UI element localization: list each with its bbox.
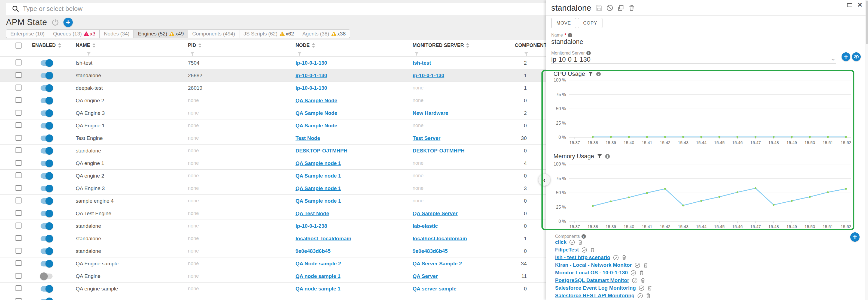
enabled-toggle[interactable] [40, 211, 53, 216]
server-link[interactable]: ip-10-0-1-130 [413, 73, 444, 78]
row-checkbox[interactable] [16, 59, 22, 65]
component-link[interactable]: click [555, 239, 566, 245]
node-link[interactable]: Test Node [296, 135, 320, 141]
save-icon[interactable] [596, 5, 602, 11]
check-circle-icon[interactable] [569, 240, 575, 245]
table-row[interactable]: QA Engine 1 none QA Sample Node none 0 [0, 119, 546, 132]
table-row[interactable]: QA engine 2 none QA Sample Node none 0 [0, 94, 546, 107]
row-checkbox[interactable] [16, 260, 22, 266]
column-header-enabled[interactable]: ENABLED [30, 43, 63, 48]
enabled-toggle[interactable] [40, 198, 53, 204]
tab-engines[interactable]: Engines (52)x49 [133, 29, 188, 38]
row-checkbox[interactable] [16, 97, 22, 103]
server-link[interactable]: QA Server Sample 2 [413, 261, 462, 267]
enabled-toggle[interactable] [40, 223, 53, 229]
check-circle-icon[interactable] [632, 278, 638, 283]
row-checkbox[interactable] [16, 172, 22, 179]
filter-funnel-icon[interactable] [87, 52, 91, 56]
table-row[interactable]: QA engine 2 none QA Sample node 1 none 0 [0, 170, 546, 182]
enabled-toggle[interactable] [40, 148, 53, 154]
server-link[interactable]: Test Server [413, 135, 440, 141]
filter-funnel-icon[interactable] [414, 52, 419, 56]
table-row[interactable]: QA engine sample none QA node sample 1 Q… [0, 282, 546, 295]
node-link[interactable]: QA node sample 1 [296, 273, 340, 279]
enabled-toggle[interactable] [40, 299, 53, 300]
add-view-button[interactable]: + [63, 18, 73, 27]
enabled-toggle[interactable] [40, 236, 53, 241]
view-server-button[interactable] [852, 52, 861, 61]
table-row[interactable]: QA Engine none QA node sample 1 QA Serve… [0, 270, 546, 282]
panel-scrollbar[interactable] [866, 0, 868, 300]
chart-filter-icon[interactable] [597, 154, 602, 159]
node-link[interactable]: QA Node sample 2 [296, 261, 341, 267]
copy-button[interactable]: COPY [578, 18, 602, 28]
row-checkbox[interactable] [16, 147, 22, 153]
server-dropdown-chevron-icon[interactable]: ⌄ [830, 54, 836, 62]
table-row[interactable]: standalone none localhost_localdomain lo… [0, 233, 546, 245]
enabled-toggle[interactable] [40, 248, 53, 254]
table-row[interactable] [0, 295, 546, 300]
table-row[interactable]: sample engine 4 none QA Sample node 1 no… [0, 195, 546, 207]
row-checkbox[interactable] [16, 135, 22, 141]
check-circle-icon[interactable] [639, 285, 644, 291]
row-checkbox[interactable] [16, 298, 22, 300]
component-link[interactable]: FilipeTest [555, 247, 579, 253]
row-checkbox[interactable] [16, 197, 22, 203]
filter-funnel-icon[interactable] [190, 52, 194, 56]
enabled-toggle[interactable] [40, 98, 53, 103]
enabled-toggle[interactable] [40, 110, 53, 116]
name-field-value[interactable]: standalone [551, 38, 583, 46]
panel-collapse-handle[interactable]: ‹ [538, 174, 550, 186]
node-link[interactable]: QA node sample 1 [296, 286, 340, 292]
enabled-toggle[interactable] [40, 85, 53, 91]
enabled-toggle[interactable] [40, 161, 53, 166]
column-header-name[interactable]: NAME [63, 43, 172, 48]
server-link[interactable]: New Hardware [413, 110, 448, 116]
row-checkbox[interactable] [16, 160, 22, 166]
close-panel-icon[interactable]: ✕ [857, 2, 863, 8]
column-header-node[interactable]: NODE [281, 43, 396, 48]
tab-components[interactable]: Components (494) [188, 29, 239, 38]
server-link[interactable]: QA Sample Server [413, 211, 458, 216]
table-row[interactable]: standalone 25882 ip-10-0-1-130 ip-10-0-1… [0, 69, 546, 82]
server-link[interactable]: QA server sample [413, 286, 457, 292]
trash-icon[interactable] [640, 278, 646, 283]
power-icon[interactable] [52, 19, 59, 26]
node-link[interactable]: ip-10-0-1-130 [296, 73, 327, 78]
table-row[interactable]: standalone none ip-10-0-1-238 lab-elasti… [0, 220, 546, 233]
enabled-toggle[interactable] [40, 173, 53, 179]
table-row[interactable]: deepak-test 26019 ip-10-0-1-130 none 1 [0, 82, 546, 94]
enabled-toggle[interactable] [40, 136, 53, 141]
row-checkbox[interactable] [16, 235, 22, 241]
server-link[interactable]: localhost.localdomain [413, 236, 467, 241]
server-link[interactable]: lab-elastic [413, 223, 438, 229]
table-row[interactable]: QA Engine sample none QA Node sample 2 Q… [0, 257, 546, 270]
node-link[interactable]: QA Sample node 1 [296, 186, 341, 191]
check-circle-icon[interactable] [634, 262, 640, 268]
copy-icon[interactable] [617, 5, 624, 11]
server-link[interactable]: 9e0e483d6b45 [413, 248, 448, 254]
chart-filter-icon[interactable] [588, 72, 593, 76]
info-icon[interactable]: i [568, 33, 572, 37]
trash-icon[interactable] [639, 270, 644, 275]
server-field-value[interactable]: ip-10-0-1-130 [551, 56, 590, 63]
table-row[interactable]: QA Test Engine none QA Test Node QA Samp… [0, 207, 546, 220]
info-icon[interactable]: i [605, 154, 610, 159]
node-link[interactable]: 9e0e483d6b45 [296, 248, 331, 254]
add-server-button[interactable]: + [842, 52, 850, 61]
tab-queues[interactable]: Queues (13)x3 [49, 29, 100, 38]
tab-js[interactable]: JS Scripts (62)x62 [239, 29, 298, 38]
node-link[interactable]: localhost_localdomain [296, 236, 351, 241]
column-header-server[interactable]: MONITORED SERVER [396, 43, 513, 48]
row-checkbox[interactable] [16, 210, 22, 216]
node-link[interactable]: QA Test Node [296, 211, 329, 216]
info-icon[interactable]: i [582, 234, 586, 239]
row-checkbox[interactable] [16, 185, 22, 191]
tab-nodes[interactable]: Nodes (34) [99, 29, 134, 38]
row-checkbox[interactable] [16, 122, 22, 128]
server-link[interactable]: lsh-test [413, 60, 431, 66]
component-link[interactable]: Monitor Local OS - 10-0-1-130 [555, 270, 628, 276]
node-link[interactable]: ip-10-0-1-238 [296, 223, 327, 229]
node-link[interactable]: DESKTOP-OJTMHPH [296, 148, 347, 154]
server-link[interactable]: DESKTOP-OJTMHPH [413, 148, 465, 154]
